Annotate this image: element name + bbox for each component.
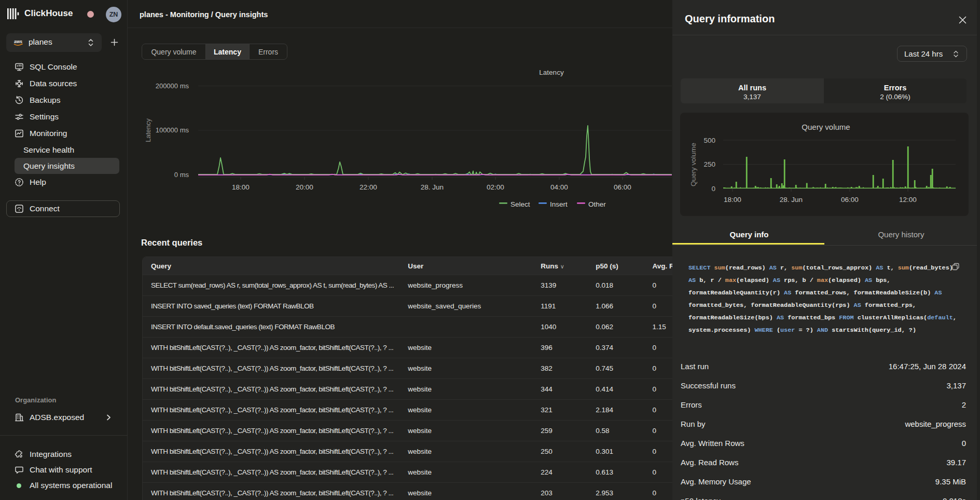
svg-text:Insert: Insert xyxy=(550,200,568,208)
svg-text:Query volume: Query volume xyxy=(802,123,850,131)
svg-text:18:00: 18:00 xyxy=(232,183,250,191)
svg-text:0: 0 xyxy=(711,185,715,193)
svg-text:04:00: 04:00 xyxy=(550,183,568,191)
svg-text:02:00: 02:00 xyxy=(487,183,504,191)
svg-text:28. Jun: 28. Jun xyxy=(780,196,803,204)
svg-text:Latency: Latency xyxy=(539,69,564,76)
svg-text:Latency: Latency xyxy=(144,118,152,142)
svg-text:Select: Select xyxy=(510,200,530,208)
svg-text:20:00: 20:00 xyxy=(296,183,313,191)
svg-text:500: 500 xyxy=(703,137,715,144)
svg-text:0 ms: 0 ms xyxy=(174,171,189,179)
svg-text:250: 250 xyxy=(703,160,715,168)
svg-text:28. Jun: 28. Jun xyxy=(421,183,444,191)
svg-text:Query volume: Query volume xyxy=(689,143,697,186)
svg-text:18:00: 18:00 xyxy=(724,196,741,204)
svg-text:100000 ms: 100000 ms xyxy=(156,126,189,134)
svg-text:12:00: 12:00 xyxy=(899,196,917,204)
svg-text:aws: aws xyxy=(14,39,22,44)
svg-text:22:00: 22:00 xyxy=(360,183,377,191)
svg-text:06:00: 06:00 xyxy=(841,196,859,204)
svg-text:200000 ms: 200000 ms xyxy=(156,82,189,90)
svg-text:Other: Other xyxy=(588,200,606,208)
svg-text:06:00: 06:00 xyxy=(614,183,631,191)
